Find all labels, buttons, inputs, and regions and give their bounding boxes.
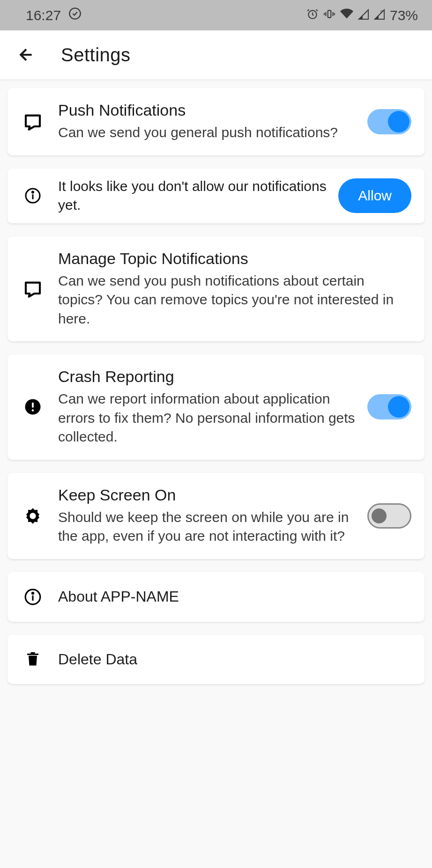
svg-text:!: ! <box>365 10 366 15</box>
trash-icon <box>19 651 47 668</box>
crash-reporting-card[interactable]: Crash Reporting Can we report informatio… <box>7 354 425 460</box>
signal-icon-1: ! <box>358 7 369 23</box>
keep-screen-on-card[interactable]: Keep Screen On Should we keep the screen… <box>7 473 425 559</box>
back-button[interactable] <box>15 44 37 66</box>
status-time: 16:27 <box>26 7 61 23</box>
push-notifications-text: Push Notifications Can we send you gener… <box>58 101 356 142</box>
checkmark-circle-icon <box>68 7 82 23</box>
vibrate-icon <box>323 7 335 23</box>
permission-prompt-card: It looks like you don't allow our notifi… <box>7 169 425 223</box>
topic-notifications-title: Manage Topic Notifications <box>58 250 411 268</box>
error-icon <box>19 398 47 415</box>
app-bar: Settings <box>0 30 432 80</box>
keep-screen-on-description: Should we keep the screen on while you a… <box>58 508 356 546</box>
svg-point-0 <box>69 8 80 19</box>
about-title: About APP-NAME <box>58 588 411 605</box>
signal-icon-2: R <box>374 7 385 23</box>
svg-text:R: R <box>380 10 383 13</box>
push-notifications-toggle[interactable] <box>367 109 411 134</box>
crash-reporting-toggle[interactable] <box>367 394 411 419</box>
status-bar-left: 16:27 <box>26 7 82 23</box>
info-icon <box>19 588 47 606</box>
battery-percentage: 73% <box>390 7 418 23</box>
chat-bubble-icon <box>19 280 47 298</box>
status-bar: 16:27 <box>0 0 432 30</box>
delete-data-title: Delete Data <box>58 651 411 668</box>
allow-button[interactable]: Allow <box>338 178 411 213</box>
keep-screen-on-title: Keep Screen On <box>58 486 356 504</box>
page-title: Settings <box>61 44 131 66</box>
topic-notifications-description: Can we send you push notifications about… <box>58 272 411 329</box>
crash-reporting-text: Crash Reporting Can we report informatio… <box>58 368 356 447</box>
svg-point-10 <box>32 410 34 412</box>
keep-screen-on-text: Keep Screen On Should we keep the screen… <box>58 486 356 546</box>
crash-reporting-title: Crash Reporting <box>58 368 356 386</box>
svg-point-13 <box>32 592 33 594</box>
permission-prompt-text: It looks like you don't allow our notifi… <box>58 177 327 215</box>
content: Push Notifications Can we send you gener… <box>0 80 432 692</box>
about-card[interactable]: About APP-NAME <box>7 572 425 622</box>
permission-prompt-message: It looks like you don't allow our notifi… <box>58 177 327 215</box>
svg-point-7 <box>32 191 34 193</box>
wifi-icon <box>340 7 353 23</box>
status-bar-right: ! R 73% <box>306 7 418 23</box>
crash-reporting-description: Can we report information about applicat… <box>58 390 356 447</box>
delete-data-text: Delete Data <box>58 651 411 668</box>
arrow-left-icon <box>17 45 36 64</box>
delete-data-card[interactable]: Delete Data <box>7 635 425 684</box>
push-notifications-title: Push Notifications <box>58 101 356 119</box>
brightness-icon <box>19 507 47 525</box>
info-icon <box>19 187 47 204</box>
alarm-icon <box>306 7 319 23</box>
keep-screen-on-toggle[interactable] <box>367 503 411 529</box>
about-text: About APP-NAME <box>58 588 411 605</box>
svg-rect-2 <box>328 10 331 17</box>
topic-notifications-card[interactable]: Manage Topic Notifications Can we send y… <box>7 236 425 342</box>
push-notifications-card[interactable]: Push Notifications Can we send you gener… <box>7 88 425 155</box>
topic-notifications-text: Manage Topic Notifications Can we send y… <box>58 250 411 329</box>
chat-bubble-icon <box>19 112 47 131</box>
push-notifications-description: Can we send you general push notificatio… <box>58 123 356 142</box>
